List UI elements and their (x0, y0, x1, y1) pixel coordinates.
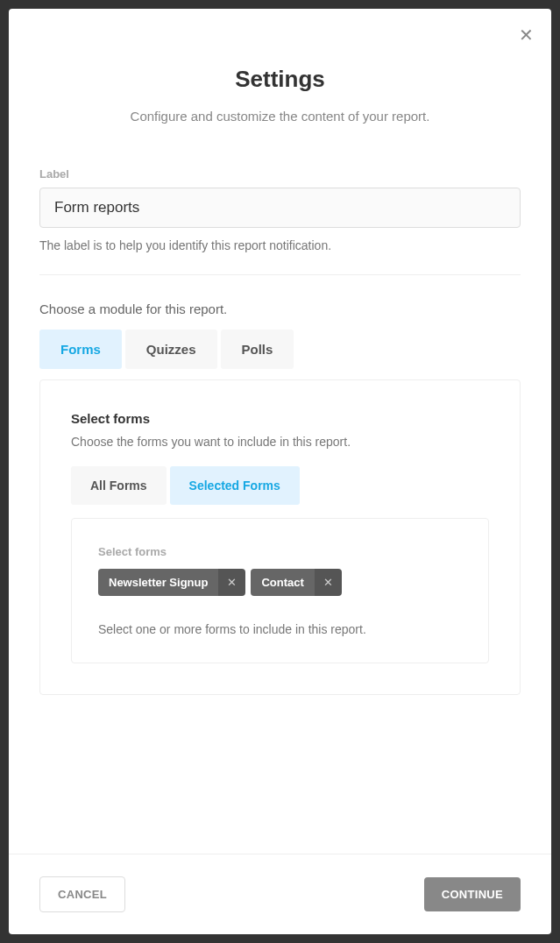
forms-panel-title: Select forms (71, 411, 489, 426)
tab-polls[interactable]: Polls (221, 330, 294, 369)
tab-forms[interactable]: Forms (39, 330, 122, 369)
close-button[interactable]: ✕ (519, 26, 534, 44)
divider (39, 274, 521, 275)
modal-footer: CANCEL CONTINUE (9, 854, 551, 934)
chip-contact: Contact ✕ (251, 569, 341, 596)
settings-modal: ✕ Settings Configure and customize the c… (9, 9, 551, 934)
close-icon: ✕ (323, 576, 333, 589)
modal-subtitle: Configure and customize the content of y… (39, 109, 521, 124)
select-forms-panel: Select forms Newsletter Signup ✕ Contact… (71, 518, 489, 663)
chip-label: Newsletter Signup (98, 569, 218, 596)
select-forms-help: Select one or more forms to include in t… (98, 622, 462, 636)
label-field-label: Label (39, 167, 521, 181)
close-icon: ✕ (227, 576, 237, 589)
modal-body: Settings Configure and customize the con… (9, 9, 551, 854)
module-tabs: Forms Quizzes Polls (39, 330, 521, 369)
forms-sub-tabs: All Forms Selected Forms (71, 466, 489, 505)
continue-button[interactable]: CONTINUE (424, 877, 521, 911)
label-help-text: The label is to help you identify this r… (39, 238, 521, 252)
sub-tab-selected-forms[interactable]: Selected Forms (170, 466, 300, 505)
forms-panel-desc: Choose the forms you want to include in … (71, 435, 489, 449)
chips-container[interactable]: Newsletter Signup ✕ Contact ✕ (98, 569, 462, 596)
forms-panel: Select forms Choose the forms you want t… (39, 379, 521, 695)
label-field-group: Label The label is to help you identify … (39, 167, 521, 252)
close-icon: ✕ (519, 25, 534, 45)
select-forms-label: Select forms (98, 545, 462, 558)
chip-newsletter-signup: Newsletter Signup ✕ (98, 569, 245, 596)
modal-header: Settings Configure and customize the con… (39, 9, 521, 150)
tab-quizzes[interactable]: Quizzes (125, 330, 217, 369)
label-input[interactable] (39, 188, 521, 228)
chip-remove-button[interactable]: ✕ (315, 569, 342, 596)
modal-title: Settings (39, 66, 521, 93)
cancel-button[interactable]: CANCEL (39, 876, 125, 912)
chip-remove-button[interactable]: ✕ (218, 569, 245, 596)
chip-label: Contact (251, 569, 314, 596)
sub-tab-all-forms[interactable]: All Forms (71, 466, 167, 505)
module-prompt: Choose a module for this report. (39, 301, 521, 316)
